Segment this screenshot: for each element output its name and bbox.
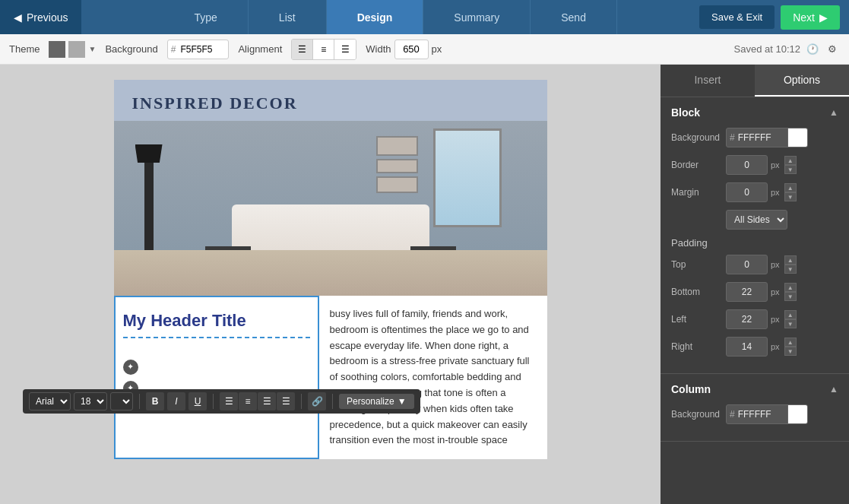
bedroom-image: [114, 121, 547, 296]
margin-sides-select[interactable]: All Sides: [726, 210, 787, 230]
artwork-piece-2: [376, 159, 418, 173]
column-collapse-arrow[interactable]: ▲: [829, 384, 838, 395]
padding-bottom-row: Bottom px ▲ ▼: [671, 282, 838, 302]
background-color-value[interactable]: [179, 43, 228, 56]
padding-left-decrement[interactable]: ▼: [784, 319, 797, 328]
margin-spinner: ▲ ▼: [784, 183, 797, 201]
font-size-select[interactable]: 18: [74, 392, 107, 410]
block-section-header: Block ▲: [671, 106, 838, 119]
font-family-select[interactable]: Arial: [29, 392, 71, 410]
link-button[interactable]: 🔗: [308, 392, 326, 410]
align-right-button[interactable]: ☰: [334, 40, 356, 59]
padding-left-row: Left px ▲ ▼: [671, 309, 838, 329]
padding-top-spinner: ▲ ▼: [784, 255, 797, 274]
block-bg-color-input[interactable]: [738, 132, 787, 143]
border-row: Border px ▲ ▼: [671, 155, 838, 175]
align-center-button[interactable]: ≡: [313, 40, 334, 59]
border-number-group: px ▲ ▼: [726, 155, 797, 175]
padding-right-input[interactable]: [726, 337, 768, 357]
text-formatting-toolbar: Arial 18 ▾ B I U ☰ ≡ ☰ ☰ 🔗 Personal: [23, 389, 420, 414]
italic-button[interactable]: I: [167, 392, 185, 410]
tab-type[interactable]: Type: [164, 0, 249, 34]
font-style-select[interactable]: ▾: [110, 392, 133, 410]
padding-bottom-group: px ▲ ▼: [726, 282, 797, 302]
background-row-label: Background: [671, 132, 726, 143]
text-align-group: ☰ ≡ ☰ ☰: [220, 392, 295, 410]
margin-label: Margin: [671, 187, 726, 198]
column-bg-color-group[interactable]: #: [726, 404, 808, 424]
text-align-justify-button[interactable]: ☰: [277, 392, 295, 410]
tab-design[interactable]: Design: [327, 0, 424, 34]
text-align-center-button[interactable]: ≡: [239, 392, 257, 410]
padding-bottom-label: Bottom: [671, 287, 726, 297]
padding-right-increment[interactable]: ▲: [784, 338, 797, 347]
tab-send[interactable]: Send: [531, 0, 617, 34]
block-bg-color-group[interactable]: #: [726, 128, 808, 147]
bold-button[interactable]: B: [146, 392, 164, 410]
toolbar-divider3: [301, 394, 302, 409]
theme-swatch[interactable]: ▼: [49, 41, 96, 58]
email-col-left[interactable]: My Header Title ✦ ✦: [114, 296, 319, 459]
artwork-piece-1: [376, 136, 418, 156]
theme-dropdown-arrow[interactable]: ▼: [88, 45, 96, 53]
block-section: Block ▲ Background # Border px: [661, 97, 849, 374]
top-navigation: ◀ Previous Type List Design Summary Send…: [0, 0, 849, 34]
block-collapse-arrow[interactable]: ▲: [829, 107, 838, 118]
text-align-right-button[interactable]: ☰: [258, 392, 276, 410]
padding-left-increment[interactable]: ▲: [784, 310, 797, 319]
padding-header: Padding: [671, 237, 838, 249]
text-align-left-button[interactable]: ☰: [220, 392, 238, 410]
tab-summary[interactable]: Summary: [423, 0, 531, 34]
hash-symbol: #: [168, 44, 179, 55]
main-layout: Arial 18 ▾ B I U ☰ ≡ ☰ ☰ 🔗 Personal: [0, 65, 849, 504]
width-label: Width: [366, 43, 391, 55]
history-icon[interactable]: 🕐: [805, 42, 820, 57]
save-exit-button[interactable]: Save & Exit: [699, 5, 775, 29]
padding-bottom-increment[interactable]: ▲: [784, 283, 797, 292]
border-value-input[interactable]: [726, 155, 768, 175]
previous-button[interactable]: ◀ Previous: [0, 0, 81, 34]
width-input[interactable]: [394, 40, 429, 59]
margin-decrement[interactable]: ▼: [784, 192, 797, 201]
padding-right-group: px ▲ ▼: [726, 337, 797, 357]
tab-options[interactable]: Options: [755, 65, 849, 97]
padding-right-spinner: ▲ ▼: [784, 338, 797, 356]
underline-button[interactable]: U: [188, 392, 207, 410]
column-bg-color-input[interactable]: [738, 409, 787, 420]
column-bg-label: Background: [671, 409, 726, 420]
tab-list[interactable]: List: [249, 0, 327, 34]
personalize-button[interactable]: Personalize ▼: [339, 394, 414, 409]
padding-top-input[interactable]: [726, 255, 768, 274]
header-text[interactable]: My Header Title: [123, 305, 310, 338]
align-left-button[interactable]: ☰: [292, 40, 313, 59]
background-color-input[interactable]: #: [167, 40, 230, 59]
room-lamp-shade: [135, 144, 163, 163]
canvas-area: Arial 18 ▾ B I U ☰ ≡ ☰ ☰ 🔗 Personal: [0, 65, 661, 504]
settings-icon[interactable]: ⚙: [825, 42, 840, 57]
border-increment[interactable]: ▲: [784, 156, 797, 165]
room-lamp-pole: [144, 159, 154, 250]
toolbar-divider: [139, 394, 140, 409]
alignment-group: ☰ ≡ ☰: [291, 39, 356, 60]
margin-value-input[interactable]: [726, 182, 768, 202]
alignment-label: Alignment: [238, 43, 282, 55]
design-toolbar: Theme ▼ Background # Alignment ☰ ≡ ☰ Wid…: [0, 34, 849, 65]
padding-bottom-input[interactable]: [726, 282, 768, 302]
margin-increment[interactable]: ▲: [784, 183, 797, 192]
brand-title: INSPIRED DECOR: [132, 94, 529, 113]
column-bg-color-swatch[interactable]: [787, 404, 807, 424]
tab-insert[interactable]: Insert: [661, 65, 755, 97]
padding-top-increment[interactable]: ▲: [784, 255, 797, 265]
next-button[interactable]: Next ▶: [781, 5, 840, 30]
padding-left-input[interactable]: [726, 309, 768, 329]
padding-right-decrement[interactable]: ▼: [784, 347, 797, 356]
padding-bottom-decrement[interactable]: ▼: [784, 292, 797, 301]
move-icon-top[interactable]: ✦: [123, 360, 138, 375]
body-text: busy lives full of family, friends and w…: [330, 306, 537, 449]
right-panel: Insert Options Block ▲ Background #: [661, 65, 849, 504]
toolbar-divider4: [332, 394, 333, 409]
padding-top-decrement[interactable]: ▼: [784, 265, 797, 274]
border-decrement[interactable]: ▼: [784, 165, 797, 174]
block-bg-color-swatch[interactable]: [787, 128, 807, 147]
block-title: Block: [671, 106, 700, 119]
